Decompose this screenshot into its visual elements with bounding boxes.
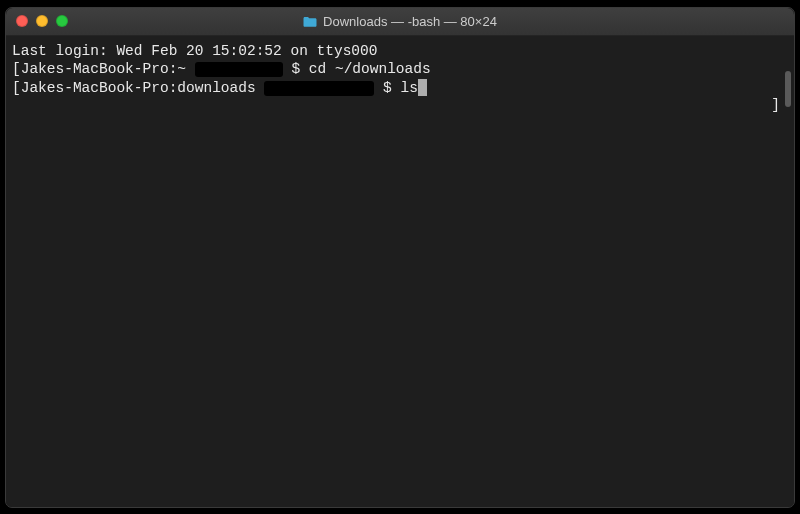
cursor-block bbox=[418, 79, 427, 96]
maximize-button[interactable] bbox=[56, 15, 68, 27]
minimize-button[interactable] bbox=[36, 15, 48, 27]
terminal-line-ls: [Jakes-MacBook-Pro:downloads $ ls bbox=[12, 79, 784, 98]
folder-icon bbox=[303, 16, 317, 27]
scrollbar-thumb[interactable] bbox=[785, 71, 791, 107]
terminal-content[interactable]: Last login: Wed Feb 20 15:02:52 on ttys0… bbox=[6, 36, 794, 507]
close-button[interactable] bbox=[16, 15, 28, 27]
terminal-window: Downloads — -bash — 80×24 Last login: We… bbox=[5, 7, 795, 508]
last-login-text: Last login: Wed Feb 20 15:02:52 on ttys0… bbox=[12, 43, 377, 59]
window-title: Downloads — -bash — 80×24 bbox=[323, 14, 497, 29]
command-cd: cd ~/downloads bbox=[309, 61, 431, 77]
terminal-line-cd: [Jakes-MacBook-Pro:~ $ cd ~/downloads bbox=[12, 60, 784, 79]
prompt-host-2: [Jakes-MacBook-Pro:downloads bbox=[12, 80, 264, 96]
terminal-line-last-login: Last login: Wed Feb 20 15:02:52 on ttys0… bbox=[12, 42, 784, 61]
prompt-host-1: [Jakes-MacBook-Pro:~ bbox=[12, 61, 195, 77]
prompt-dollar-1: $ bbox=[283, 61, 309, 77]
command-ls: ls bbox=[400, 80, 417, 96]
traffic-lights bbox=[16, 15, 68, 27]
title-center: Downloads — -bash — 80×24 bbox=[6, 14, 794, 29]
redacted-user-1 bbox=[195, 62, 283, 77]
redacted-user-2 bbox=[264, 81, 374, 96]
titlebar[interactable]: Downloads — -bash — 80×24 bbox=[6, 8, 794, 36]
prompt-dollar-2: $ bbox=[374, 80, 400, 96]
right-bracket: ] bbox=[771, 96, 780, 115]
